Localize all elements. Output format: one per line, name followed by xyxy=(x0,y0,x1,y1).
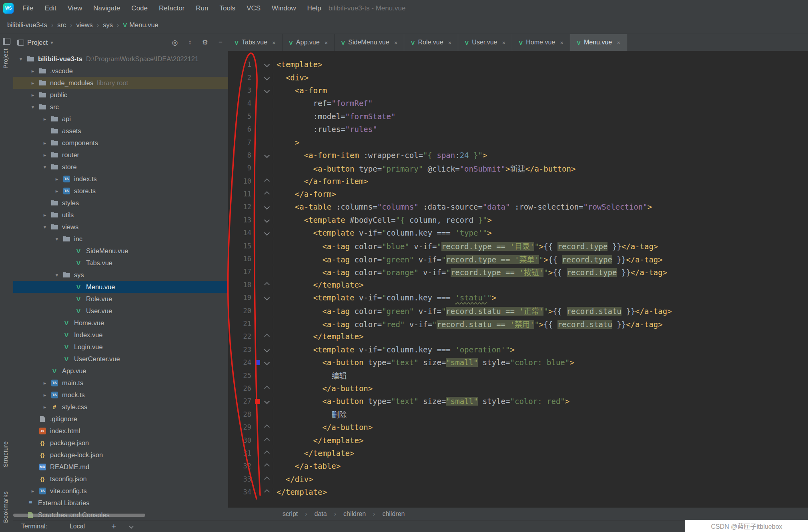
tree-item-menu.vue[interactable]: VMenu.vue xyxy=(13,281,228,293)
new-terminal-button[interactable]: + xyxy=(111,522,116,530)
fold-marker[interactable] xyxy=(261,464,273,468)
tree-item-usercenter.vue[interactable]: VUserCenter.vue xyxy=(13,353,228,365)
code-line-15[interactable]: 15 <a-tag color="blue" v-if="record.type… xyxy=(228,239,808,252)
tree-item-node-modules[interactable]: ▸node_moduleslibrary root xyxy=(13,77,228,89)
fold-marker[interactable] xyxy=(261,218,273,222)
code-line-4[interactable]: 4 ref="formRef" xyxy=(228,97,808,110)
fold-marker[interactable] xyxy=(261,334,273,338)
fold-marker[interactable] xyxy=(261,490,273,494)
menu-view[interactable]: View xyxy=(68,4,82,12)
tree-expand-arrow[interactable]: ▸ xyxy=(40,140,50,146)
menu-tools[interactable]: Tools xyxy=(219,4,235,12)
close-icon[interactable]: × xyxy=(617,39,620,46)
fold-marker[interactable] xyxy=(261,231,273,235)
project-panel-title[interactable]: Project xyxy=(27,39,48,46)
code-line-31[interactable]: 31 </template> xyxy=(228,447,808,460)
fold-marker[interactable] xyxy=(261,205,273,209)
tree-item-styles[interactable]: styles xyxy=(13,197,228,209)
code-line-23[interactable]: 23 <template v-if="column.key === 'opera… xyxy=(228,343,808,356)
toolstrip-bookmarks[interactable]: Bookmarks xyxy=(2,491,9,523)
fold-marker[interactable] xyxy=(261,283,273,287)
menu-code[interactable]: Code xyxy=(131,4,148,12)
tree-item-app.vue[interactable]: VApp.vue xyxy=(13,365,228,377)
locate-icon[interactable]: ◎ xyxy=(172,38,178,47)
toolstrip-structure[interactable]: Structure xyxy=(2,441,9,467)
tree-expand-arrow[interactable]: ▸ xyxy=(40,152,50,158)
tree-expand-arrow[interactable]: ▸ xyxy=(40,392,50,398)
tree-item-mock.ts[interactable]: ▸TSmock.ts xyxy=(13,389,228,401)
chevron-down-icon[interactable]: ▾ xyxy=(50,40,53,46)
tree-item-readme.md[interactable]: MDREADME.md xyxy=(13,461,228,473)
fold-marker[interactable] xyxy=(261,192,273,196)
tree-item-.gitignore[interactable]: .gitignore xyxy=(13,413,228,425)
tree-item-style.css[interactable]: ▸#style.css xyxy=(13,401,228,413)
tab-app.vue[interactable]: VApp.vue× xyxy=(283,34,335,51)
tab-user.vue[interactable]: VUser.vue× xyxy=(458,34,512,51)
code-line-26[interactable]: 26 </a-button> xyxy=(228,382,808,395)
menu-edit[interactable]: Edit xyxy=(44,4,56,12)
tree-item-components[interactable]: ▸components xyxy=(13,137,228,149)
code-line-2[interactable]: 2 <div> xyxy=(228,71,808,84)
code-line-30[interactable]: 30 </template> xyxy=(228,434,808,446)
tree-item-store[interactable]: ▾store xyxy=(13,161,228,173)
status-crumb-script-0[interactable]: script xyxy=(283,510,298,518)
tree-item-bilibili-vue3-ts[interactable]: ▾bilibili-vue3-tsD:\ProgramWorkSpace\IDE… xyxy=(13,53,228,65)
tree-item-index.ts[interactable]: ▸TSindex.ts xyxy=(13,173,228,185)
tree-collapse-arrow[interactable]: ▾ xyxy=(40,164,50,170)
tab-tabs.vue[interactable]: VTabs.vue× xyxy=(228,34,283,51)
fold-marker[interactable] xyxy=(261,348,273,352)
tree-collapse-arrow[interactable]: ▾ xyxy=(16,56,26,62)
code-line-3[interactable]: 3 <a-form xyxy=(228,84,808,97)
code-line-25[interactable]: 25 编辑 xyxy=(228,369,808,382)
tab-menu.vue[interactable]: VMenu.vue× xyxy=(570,34,627,51)
code-line-18[interactable]: 18 </template> xyxy=(228,278,808,291)
close-icon[interactable]: × xyxy=(448,39,452,46)
tree-expand-arrow[interactable]: ▸ xyxy=(52,188,62,194)
code-line-13[interactable]: 13 <template #bodyCell="{ column, record… xyxy=(228,214,808,226)
code-line-12[interactable]: 12 <a-table :columns="columns" :data-sou… xyxy=(228,200,808,213)
code-line-19[interactable]: 19 <template v-if="column.key === 'statu… xyxy=(228,291,808,304)
app-icon[interactable]: WS xyxy=(3,3,14,14)
horizontal-scrollbar-thumb[interactable] xyxy=(13,514,145,517)
code-line-21[interactable]: 21 <a-tag color="red" v-if="record.statu… xyxy=(228,317,808,330)
tab-role.vue[interactable]: VRole.vue× xyxy=(404,34,458,51)
tree-item-inc[interactable]: ▾inc xyxy=(13,233,228,245)
tree-expand-arrow[interactable]: ▸ xyxy=(28,488,38,494)
breadcrumb-item-views[interactable]: views xyxy=(76,21,93,29)
tree-collapse-arrow[interactable]: ▾ xyxy=(52,272,62,278)
tree-expand-arrow[interactable]: ▸ xyxy=(28,68,38,74)
fold-marker[interactable] xyxy=(261,386,273,390)
menu-vcs[interactable]: VCS xyxy=(247,4,261,12)
tree-item-role.vue[interactable]: VRole.vue xyxy=(13,293,228,305)
settings-gear-icon[interactable]: ⚙ xyxy=(202,38,208,47)
fold-marker[interactable] xyxy=(261,425,273,429)
code-line-22[interactable]: 22 </template> xyxy=(228,330,808,343)
fold-marker[interactable] xyxy=(261,451,273,455)
toolstrip-project[interactable]: Project xyxy=(2,48,9,68)
code-line-10[interactable]: 10 </a-form-item> xyxy=(228,175,808,188)
tree-item-vite.config.ts[interactable]: ▸TSvite.config.ts xyxy=(13,485,228,497)
tab-home.vue[interactable]: VHome.vue× xyxy=(512,34,570,51)
tree-expand-arrow[interactable]: ▸ xyxy=(40,212,50,218)
code-line-27[interactable]: 27 <a-button type="text" size="small" st… xyxy=(228,395,808,408)
tree-expand-arrow[interactable]: ▸ xyxy=(28,92,38,98)
code-line-14[interactable]: 14 <template v-if="column.key === 'type'… xyxy=(228,226,808,239)
tree-item-tabs.vue[interactable]: VTabs.vue xyxy=(13,257,228,269)
tree-item-package-lock.json[interactable]: {}package-lock.json xyxy=(13,449,228,461)
tab-sidemenu.vue[interactable]: VSideMenu.vue× xyxy=(335,34,404,51)
tree-item-home.vue[interactable]: VHome.vue xyxy=(13,317,228,329)
tree-item-index.vue[interactable]: VIndex.vue xyxy=(13,329,228,341)
code-line-32[interactable]: 32 </a-table> xyxy=(228,460,808,472)
tree-item-external-libraries[interactable]: ≡External Libraries xyxy=(13,497,228,509)
tree-collapse-arrow[interactable]: ▾ xyxy=(28,104,38,110)
fold-marker[interactable] xyxy=(261,296,273,300)
code-line-33[interactable]: 33 </div> xyxy=(228,473,808,486)
fold-marker[interactable] xyxy=(261,360,273,364)
tree-collapse-arrow[interactable]: ▾ xyxy=(52,236,62,242)
close-icon[interactable]: × xyxy=(272,39,276,46)
menu-run[interactable]: Run xyxy=(196,4,208,12)
project-toolwindow-icon[interactable] xyxy=(3,38,10,45)
code-line-28[interactable]: 28 删除 xyxy=(228,408,808,421)
tree-item-views[interactable]: ▾views xyxy=(13,221,228,233)
tree-item-sys[interactable]: ▾sys xyxy=(13,269,228,281)
